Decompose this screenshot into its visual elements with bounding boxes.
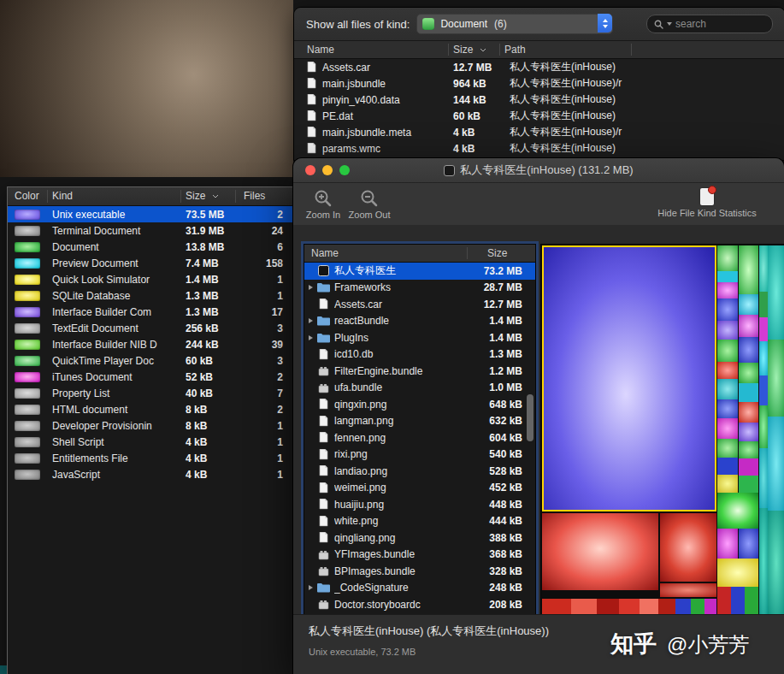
- kind-table-row[interactable]: JavaScript 4 kB 1: [8, 466, 294, 482]
- treemap-block[interactable]: [739, 423, 758, 441]
- disclosure-triangle-icon[interactable]: [304, 318, 316, 323]
- tree-row[interactable]: YFImages.bundle 368 kB: [304, 547, 535, 564]
- treemap-block[interactable]: [739, 294, 758, 315]
- disclosure-triangle-icon[interactable]: [304, 585, 316, 590]
- treemap-block[interactable]: [640, 599, 658, 615]
- treemap-block[interactable]: [731, 587, 745, 615]
- treemap-block[interactable]: [717, 271, 738, 282]
- column-header-size[interactable]: Size: [453, 44, 486, 56]
- files-table-row[interactable]: main.jsbundle 964 kB 私人专科医生(inHouse)/r: [294, 75, 784, 92]
- treemap-block[interactable]: [717, 362, 738, 379]
- treemap-block[interactable]: [759, 245, 768, 292]
- treemap-block[interactable]: [717, 299, 738, 321]
- tree-row[interactable]: PlugIns 1.4 MB: [304, 329, 535, 346]
- kind-table-row[interactable]: Document 13.8 MB 6: [8, 239, 294, 255]
- tree-row[interactable]: FilterEngine.bundle 1.2 MB: [304, 363, 535, 380]
- treemap-block[interactable]: [660, 513, 716, 582]
- treemap-block[interactable]: [768, 417, 784, 511]
- treemap-block[interactable]: [739, 476, 758, 493]
- tree-row[interactable]: icd10.db 1.3 MB: [304, 346, 535, 364]
- treemap-block[interactable]: [739, 245, 758, 294]
- treemap-block[interactable]: [759, 292, 768, 317]
- zoom-button[interactable]: [339, 165, 350, 175]
- treemap-block[interactable]: [717, 379, 738, 399]
- column-header-name[interactable]: Name: [311, 247, 339, 259]
- kind-table-row[interactable]: iTunes Document 52 kB 2: [8, 369, 294, 385]
- kind-table-row[interactable]: Interface Builder Com 1.3 MB 17: [8, 304, 294, 320]
- treemap-block[interactable]: [759, 405, 768, 448]
- files-table-row[interactable]: main.jsbundle.meta 4 kB 私人专科医生(inHouse)/…: [294, 124, 784, 140]
- tree-row[interactable]: rixi.png 540 kB: [304, 446, 535, 464]
- hide-file-kind-statistics-button[interactable]: Hide File Kind Statistics: [635, 186, 779, 218]
- treemap-block[interactable]: [542, 513, 658, 590]
- treemap-block[interactable]: [704, 599, 716, 615]
- kind-table-row[interactable]: SQLite Database 1.3 MB 1: [8, 287, 294, 304]
- disclosure-triangle-icon[interactable]: [304, 285, 316, 290]
- close-button[interactable]: [305, 165, 315, 175]
- treemap-block[interactable]: [717, 458, 738, 475]
- treemap-block[interactable]: [759, 448, 768, 508]
- treemap-block[interactable]: [759, 341, 768, 375]
- title-bar[interactable]: 私人专科医生(inHouse) (131.2 MB): [293, 158, 784, 183]
- kind-table-row[interactable]: TextEdit Document 256 kB 3: [8, 320, 294, 336]
- column-header-size[interactable]: Size: [487, 247, 507, 259]
- treemap-block[interactable]: [745, 587, 758, 615]
- kind-table-row[interactable]: Terminal Document 31.9 MB 24: [8, 222, 294, 239]
- dropdown-stepper-icon[interactable]: [598, 14, 612, 33]
- treemap-block[interactable]: [660, 583, 716, 597]
- tree-row[interactable]: weimei.png 452 kB: [304, 480, 535, 497]
- tree-row[interactable]: langman.png 632 kB: [304, 413, 535, 430]
- kind-table-row[interactable]: Quick Look Simulator 1.4 MB 1: [8, 271, 294, 287]
- treemap-block[interactable]: [717, 282, 738, 299]
- tree-row[interactable]: BPImages.bundle 328 kB: [304, 563, 535, 580]
- files-table-row[interactable]: PE.dat 60 kB 私人专科医生(inHouse): [294, 108, 784, 124]
- tree-row[interactable]: Assets.car 12.7 MB: [304, 296, 535, 313]
- treemap-block[interactable]: [739, 529, 758, 559]
- kind-table-row[interactable]: Entitlements File 4 kB 1: [8, 450, 294, 466]
- search-input[interactable]: search: [646, 15, 773, 33]
- treemap-block[interactable]: [717, 321, 738, 340]
- zoom-out-button[interactable]: Zoom Out: [346, 186, 392, 220]
- treemap-block[interactable]: [717, 587, 731, 615]
- kind-table-row[interactable]: Developer Provisionin 8 kB 1: [8, 417, 294, 434]
- kind-table-row[interactable]: Unix executable 73.5 MB 2: [8, 206, 294, 222]
- treemap-block[interactable]: [739, 402, 758, 423]
- treemap-block[interactable]: [739, 458, 758, 476]
- treemap-block[interactable]: [717, 475, 738, 493]
- treemap-block[interactable]: [717, 399, 738, 418]
- tree-row[interactable]: ufa.bundle 1.0 MB: [304, 380, 535, 397]
- minimize-button[interactable]: [322, 165, 333, 175]
- tree-row[interactable]: 私人专科医生 73.2 MB: [304, 263, 535, 280]
- treemap-block[interactable]: [717, 418, 738, 439]
- treemap-block[interactable]: [739, 337, 758, 363]
- treemap-block[interactable]: [658, 599, 675, 615]
- kind-table-row[interactable]: Shell Script 4 kB 1: [8, 434, 294, 450]
- tree-row[interactable]: huaijiu.png 448 kB: [304, 496, 535, 513]
- treemap-block[interactable]: [717, 245, 738, 271]
- tree-row[interactable]: Doctor.storyboardc 208 kB: [304, 596, 535, 613]
- files-table-row[interactable]: Assets.car 12.7 MB 私人专科医生(inHouse): [294, 59, 784, 75]
- column-header-color[interactable]: Color: [15, 190, 39, 202]
- tree-scrollbar-thumb[interactable]: [527, 394, 533, 441]
- treemap-block[interactable]: [759, 375, 768, 405]
- treemap-block[interactable]: [691, 599, 704, 615]
- files-table-row[interactable]: pinyin_v400.data 144 kB 私人专科医生(inHouse): [294, 92, 784, 108]
- tree-row[interactable]: landiao.png 528 kB: [304, 463, 535, 480]
- treemap-block[interactable]: [542, 245, 716, 511]
- kind-filter-dropdown[interactable]: Document (6): [416, 14, 613, 34]
- disclosure-triangle-icon[interactable]: [304, 335, 316, 340]
- tree-row[interactable]: _CodeSignature 248 kB: [304, 580, 535, 597]
- zoom-in-button[interactable]: Zoom In: [300, 186, 346, 220]
- tree-row[interactable]: reactBundle 1.4 MB: [304, 313, 535, 330]
- treemap-block[interactable]: [739, 441, 758, 458]
- treemap-block[interactable]: [619, 599, 640, 615]
- treemap-block[interactable]: [717, 529, 738, 559]
- treemap-block[interactable]: [768, 245, 784, 340]
- treemap-block[interactable]: [717, 439, 738, 458]
- treemap-block[interactable]: [717, 340, 738, 362]
- tree-row[interactable]: Frameworks 28.7 MB: [304, 280, 535, 297]
- treemap-block[interactable]: [739, 363, 758, 383]
- files-table-row[interactable]: params.wmc 4 kB 私人专科医生(inHouse): [294, 140, 784, 157]
- kind-table-row[interactable]: Preview Document 7.4 MB 158: [8, 255, 294, 271]
- kind-table-row[interactable]: HTML document 8 kB 2: [8, 401, 294, 417]
